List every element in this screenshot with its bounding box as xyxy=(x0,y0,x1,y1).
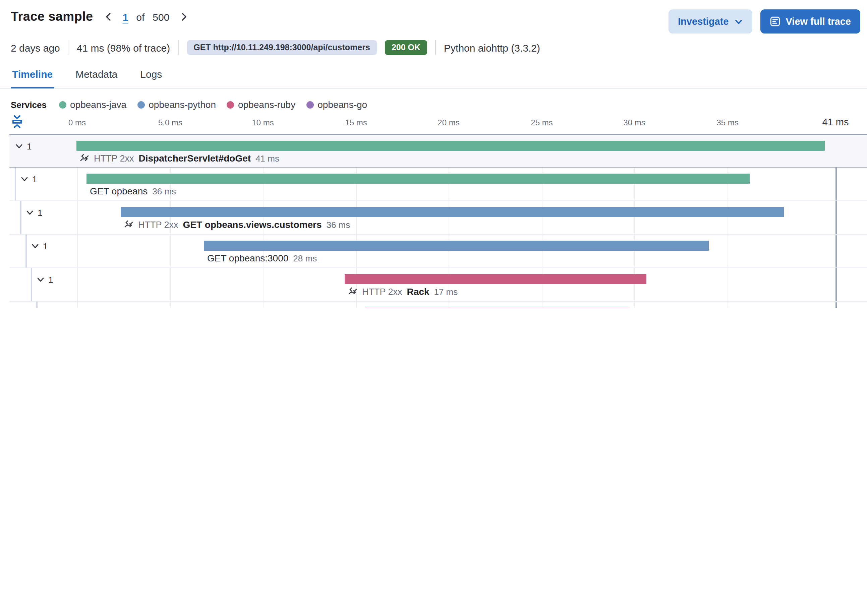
chevron-down-icon xyxy=(36,275,45,284)
prev-sample-button[interactable] xyxy=(102,11,115,23)
children-count: 1 xyxy=(38,208,42,218)
legend-item-opbeans-python: opbeans-python xyxy=(137,99,216,110)
collapse-children-button[interactable]: 1 xyxy=(36,275,53,285)
collapse-children-button[interactable]: 1 xyxy=(31,241,47,251)
tab-timeline[interactable]: Timeline xyxy=(11,64,54,88)
legend-item-opbeans-ruby: opbeans-ruby xyxy=(227,99,295,110)
span-label[interactable]: GET opbeans:300028 ms xyxy=(207,253,317,263)
legend-item-opbeans-java: opbeans-java xyxy=(59,99,126,110)
collapse-all-button[interactable] xyxy=(11,115,23,128)
pager-of-label: of xyxy=(136,11,145,22)
chevron-down-icon xyxy=(20,175,29,184)
span-bar[interactable] xyxy=(76,141,825,151)
span-bar[interactable] xyxy=(365,308,630,308)
chevron-down-icon xyxy=(734,17,743,26)
span-bar[interactable] xyxy=(121,207,784,217)
waterfall-row[interactable]: 1GET opbeans:300028 ms xyxy=(9,234,867,268)
request-url-badge: GET http://10.11.249.198:3000/api/custom… xyxy=(187,40,377,55)
span-label[interactable]: HTTP 2xxDispatcherServlet#doGet41 ms xyxy=(80,153,279,163)
tab-metadata[interactable]: Metadata xyxy=(74,64,119,88)
divider xyxy=(68,40,69,55)
trace-document-icon xyxy=(770,16,780,27)
children-count: 1 xyxy=(32,174,37,184)
trace-age: 2 days ago xyxy=(11,42,60,53)
trace-duration: 41 ms (98% of trace) xyxy=(77,42,170,53)
chevron-down-icon xyxy=(31,242,39,251)
http-status-prefix: HTTP 2xx xyxy=(138,220,178,229)
services-legend: Services opbeans-javaopbeans-pythonopbea… xyxy=(0,88,867,110)
span-bar[interactable] xyxy=(204,240,709,251)
legend-item-opbeans-go: opbeans-go xyxy=(306,99,367,110)
span-duration: 36 ms xyxy=(152,186,176,196)
transaction-merge-icon xyxy=(348,287,357,296)
page-title: Trace sample xyxy=(11,9,93,24)
investigate-button[interactable]: Investigate xyxy=(669,9,752,33)
axis-tick: 20 ms xyxy=(437,118,459,127)
collapse-children-button[interactable]: 1 xyxy=(25,208,42,218)
span-name: DispatcherServlet#doGet xyxy=(139,153,251,163)
status-badge: 200 OK xyxy=(385,40,427,55)
span-name: Rack xyxy=(407,286,430,297)
span-name: GET opbeans:3000 xyxy=(207,253,288,263)
service-name: opbeans-java xyxy=(70,99,126,110)
axis-tick: 30 ms xyxy=(623,118,645,127)
span-duration: 28 ms xyxy=(293,253,317,263)
current-sample-number[interactable]: 1 xyxy=(123,11,128,22)
trace-meta-row: 2 days ago 41 ms (98% of trace) GET http… xyxy=(0,33,867,55)
next-sample-button[interactable] xyxy=(177,11,189,23)
trace-sample-panel: Trace sample 1 of 500 Investigate xyxy=(0,0,867,308)
waterfall-row[interactable]: 1HTTP 2xxGET opbeans.views.customers36 m… xyxy=(9,201,867,234)
children-count: 1 xyxy=(27,141,31,151)
axis-tick: 0 ms xyxy=(68,118,86,127)
http-status-prefix: HTTP 2xx xyxy=(94,153,134,163)
waterfall-row[interactable]: 1HTTP 2xxDispatcherServlet#doGet41 ms xyxy=(9,134,867,168)
span-name: GET opbeans xyxy=(90,185,148,196)
waterfall: 1HTTP 2xxDispatcherServlet#doGet41 ms1GE… xyxy=(0,134,867,308)
axis-tick-end: 41 ms xyxy=(822,116,849,127)
span-duration: 17 ms xyxy=(434,286,458,297)
span-label[interactable]: HTTP 2xxGET opbeans.views.customers36 ms xyxy=(124,219,350,230)
chevron-left-icon xyxy=(104,12,113,22)
total-samples: 500 xyxy=(153,11,169,22)
waterfall-row[interactable]: 1GET opbeans36 ms xyxy=(9,168,867,201)
divider xyxy=(435,40,436,55)
tree-depth-guide xyxy=(36,302,38,308)
collapse-children-button[interactable]: 1 xyxy=(20,174,37,184)
axis-tick: 10 ms xyxy=(252,118,274,127)
span-bar[interactable] xyxy=(345,274,647,284)
span-bar[interactable] xyxy=(87,174,750,184)
waterfall-row[interactable]: 1GET opbeans14 ms xyxy=(9,302,867,308)
span-duration: 36 ms xyxy=(326,220,350,229)
children-count: 1 xyxy=(48,275,53,285)
divider xyxy=(178,40,179,55)
span-label[interactable]: GET opbeans36 ms xyxy=(90,185,176,196)
service-color-dot xyxy=(227,101,234,108)
span-duration: 41 ms xyxy=(255,153,279,163)
agent-info: Python aiohttp (3.3.2) xyxy=(444,42,540,53)
waterfall-row[interactable]: 1HTTP 2xxRack17 ms xyxy=(9,268,867,302)
service-color-dot xyxy=(137,101,145,108)
sample-pager: 1 of 500 xyxy=(102,11,190,23)
tree-depth-guide xyxy=(25,234,27,267)
transaction-merge-icon xyxy=(80,154,89,163)
service-color-dot xyxy=(59,101,66,108)
tab-bar: TimelineMetadataLogs xyxy=(0,55,867,88)
transaction-merge-icon xyxy=(124,220,134,229)
tree-depth-guide xyxy=(31,268,32,301)
tree-depth-guide xyxy=(15,168,16,200)
fold-icon xyxy=(11,115,23,128)
time-axis: 0 ms5.0 ms10 ms15 ms20 ms25 ms30 ms35 ms… xyxy=(0,114,867,134)
service-name: opbeans-go xyxy=(318,99,367,110)
axis-tick: 5.0 ms xyxy=(158,118,183,127)
tree-depth-guide xyxy=(20,201,22,234)
tab-logs[interactable]: Logs xyxy=(139,64,163,88)
chevron-right-icon xyxy=(179,12,188,22)
view-full-trace-button[interactable]: View full trace xyxy=(760,9,861,33)
span-label[interactable]: HTTP 2xxRack17 ms xyxy=(348,286,458,297)
axis-tick: 15 ms xyxy=(345,118,367,127)
axis-tick: 25 ms xyxy=(531,118,552,127)
http-status-prefix: HTTP 2xx xyxy=(362,286,402,297)
collapse-children-button[interactable]: 1 xyxy=(15,141,31,151)
axis-tick: 35 ms xyxy=(716,118,738,127)
chevron-down-icon xyxy=(25,209,34,217)
